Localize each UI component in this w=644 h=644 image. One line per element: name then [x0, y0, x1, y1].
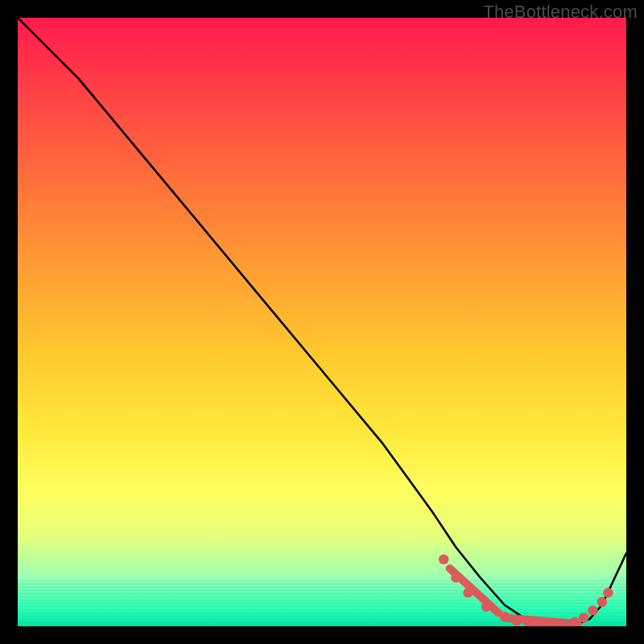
- data-marker: [500, 612, 510, 621]
- watermark-text: TheBottleneck.com: [483, 2, 638, 23]
- plot-svg: [18, 18, 626, 626]
- bottleneck-curve: [18, 18, 626, 625]
- data-marker: [451, 572, 460, 582]
- chart-area: [18, 18, 626, 626]
- data-marker: [570, 617, 580, 626]
- data-marker: [603, 588, 613, 597]
- data-markers: [439, 555, 613, 626]
- data-marker: [579, 613, 588, 622]
- data-marker: [463, 588, 473, 597]
- data-marker: [439, 555, 448, 564]
- data-marker: [512, 616, 522, 625]
- data-marker: [481, 602, 491, 612]
- data-marker: [597, 597, 607, 607]
- data-marker: [588, 605, 597, 615]
